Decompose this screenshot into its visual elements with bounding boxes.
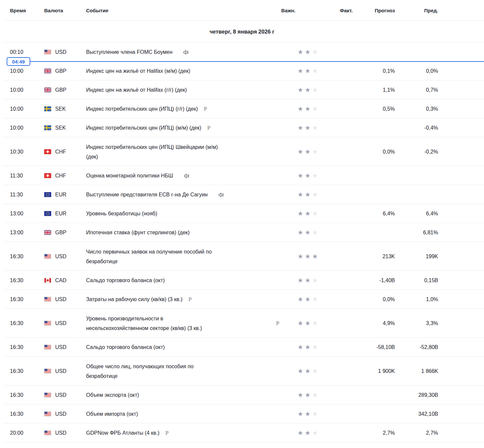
importance-star-icon: ★ xyxy=(312,67,318,74)
event-row[interactable]: 16:30 USD Общее число лиц, получающих по… xyxy=(0,357,484,386)
event-time: 16:30 xyxy=(0,368,40,374)
previous-value: 6,4% xyxy=(395,211,438,217)
flag-ch-icon xyxy=(44,149,51,154)
event-title[interactable]: GDPNow ФРБ Атланты (4 кв.) xyxy=(86,428,160,438)
event-row[interactable]: 10:00 GBP Индекс цен на жильё от Halifax… xyxy=(0,80,484,99)
importance-stars: ★★★ xyxy=(281,87,329,93)
event-title[interactable]: Объем импорта (окт) xyxy=(86,409,138,419)
event-time: 10:00 xyxy=(0,68,40,74)
importance-star-icon: ★ xyxy=(312,229,318,236)
currency-code: USD xyxy=(55,49,66,55)
event-cell: Общее число лиц, получающих пособия по б… xyxy=(83,362,281,381)
column-header-importance[interactable]: Важн. xyxy=(281,8,329,13)
event-time: 16:30 xyxy=(0,254,40,260)
event-title[interactable]: Индекс потребительских цен (ИПЦ) (г/г) (… xyxy=(86,104,198,114)
event-title[interactable]: Сальдо торгового баланса (окт) xyxy=(86,342,165,352)
forecast-value: 0,5% xyxy=(353,106,395,112)
event-row[interactable]: 16:30 USD Сальдо торгового баланса (окт)… xyxy=(0,338,484,357)
event-title[interactable]: Уровень безработицы (нояб) xyxy=(86,209,157,218)
event-time: 13:00 xyxy=(0,230,40,236)
event-row[interactable]: 16:30 USD Уровень производительности в н… xyxy=(0,309,484,338)
event-title[interactable]: Индекс цен на жильё от Halifax (г/г) (де… xyxy=(86,85,187,95)
importance-stars: ★★★ xyxy=(281,106,329,112)
currency-code: CHF xyxy=(55,149,66,155)
event-row[interactable]: 16:30 USD Затраты на рабочую силу (кв/кв… xyxy=(0,290,484,309)
event-row[interactable]: 00:10 USD Выступление члена FOMC Боумен … xyxy=(0,43,484,61)
currency-cell: USD xyxy=(40,411,83,417)
event-cell: Выступление члена FOMC Боумен xyxy=(83,47,281,57)
event-time: 16:30 xyxy=(0,278,40,283)
event-time: 11:30 xyxy=(0,173,40,179)
event-title[interactable]: Индекс потребительских цен (ИПЦ) Швейцар… xyxy=(86,142,218,162)
event-title[interactable]: Индекс потребительских цен (ИПЦ) (м/м) (… xyxy=(86,123,201,133)
event-row[interactable]: 10:30 CHF Индекс потребительских цен (ИП… xyxy=(0,137,484,166)
currency-code: CAD xyxy=(55,278,66,283)
importance-star-icon: ★ xyxy=(298,229,303,236)
event-row[interactable]: 11:30 CHF Оценка монетарной политики НБШ… xyxy=(0,166,484,185)
importance-stars: ★★★ xyxy=(281,296,329,302)
column-header-currency[interactable]: Валюта xyxy=(40,8,83,13)
importance-stars: ★★★ xyxy=(281,68,329,74)
event-row[interactable]: 13:00 GBP Ипотечная ставка (фунт стерлин… xyxy=(0,223,484,242)
importance-star-icon: ★ xyxy=(312,105,318,112)
column-header-actual[interactable]: Факт. xyxy=(329,8,353,13)
event-row[interactable]: 13:00 EUR Уровень безработицы (нояб) ★★★… xyxy=(0,204,484,223)
importance-stars: ★★★ xyxy=(281,210,329,217)
flag-gb-icon xyxy=(44,230,51,235)
forecast-value: 213K xyxy=(353,254,395,260)
event-title[interactable]: Ипотечная ставка (фунт стерлингов) (дек) xyxy=(86,228,190,237)
event-title[interactable]: Объем экспорта (окт) xyxy=(86,390,139,400)
forecast-value: 1 900K xyxy=(353,368,395,374)
currency-cell: CHF xyxy=(40,149,83,155)
event-row[interactable]: 10:00 SEK Индекс потребительских цен (ИП… xyxy=(0,99,484,118)
importance-star-icon: ★ xyxy=(305,49,310,56)
importance-stars: ★★★ xyxy=(281,430,329,436)
forecast-value: 0,0% xyxy=(353,296,395,302)
currency-code: USD xyxy=(55,430,66,436)
date-row: четверг, 8 января 2026 г xyxy=(0,21,484,43)
importance-star-icon: ★ xyxy=(305,392,310,398)
event-row[interactable]: 10:00 GBP Индекс цен на жильё от Halifax… xyxy=(0,61,484,80)
flag-eu-icon xyxy=(44,192,51,197)
previous-value: -0,2% xyxy=(395,149,438,155)
currency-cell: CAD xyxy=(40,278,83,283)
event-time: 16:30 xyxy=(0,296,40,302)
currency-code: GBP xyxy=(55,230,66,236)
column-header-event[interactable]: Событие xyxy=(83,8,281,13)
importance-star-icon: ★ xyxy=(312,191,318,198)
event-title[interactable]: Уровень производительности в несельскохо… xyxy=(86,314,202,333)
importance-stars: ★★★ xyxy=(281,49,329,55)
importance-star-icon: ★ xyxy=(312,410,318,417)
column-header-previous[interactable]: Пред. xyxy=(395,8,438,13)
date-label: четверг, 8 января 2026 г xyxy=(209,29,274,35)
event-row[interactable]: 10:00 SEK Индекс потребительских цен (ИП… xyxy=(0,118,484,137)
importance-star-icon: ★ xyxy=(305,105,310,112)
importance-star-icon: ★ xyxy=(305,410,310,417)
event-row[interactable]: 16:30 USD Число первичных заявок на полу… xyxy=(0,242,484,271)
column-header-forecast[interactable]: Прогноз xyxy=(353,8,395,13)
column-header-time[interactable]: Время xyxy=(0,8,40,13)
event-title[interactable]: Сальдо торгового баланса (окт) xyxy=(86,276,165,285)
importance-star-icon: ★ xyxy=(298,210,303,217)
event-row[interactable]: 16:30 USD Объем импорта (окт) ★★★ 342,10… xyxy=(0,404,484,423)
event-row[interactable]: 16:30 USD Объем экспорта (окт) ★★★ 289,3… xyxy=(0,386,484,404)
event-title[interactable]: Индекс цен на жильё от Halifax (м/м) (де… xyxy=(86,66,190,76)
currency-cell: USD xyxy=(40,320,83,326)
importance-star-icon: ★ xyxy=(298,148,303,155)
event-row[interactable]: 16:30 CAD Сальдо торгового баланса (окт)… xyxy=(0,271,484,290)
event-title[interactable]: Затраты на рабочую силу (кв/кв) (3 кв.) xyxy=(86,294,182,304)
event-title[interactable]: Оценка монетарной политики НБШ xyxy=(86,171,173,180)
forecast-value: 0,1% xyxy=(353,68,395,74)
event-row[interactable]: 11:30 EUR Выступление представителя ECB … xyxy=(0,185,484,204)
event-title[interactable]: Число первичных заявок на получение посо… xyxy=(86,247,212,266)
event-row[interactable]: 20:00 USD GDPNow ФРБ Атланты (4 кв.) P ★… xyxy=(0,423,484,442)
event-title[interactable]: Выступление представителя ECB г-на Де Са… xyxy=(86,190,208,199)
event-cell: Выступление представителя ECB г-на Де Са… xyxy=(83,190,281,199)
previous-value: -52,80B xyxy=(395,344,438,350)
currency-code: USD xyxy=(55,254,66,260)
importance-star-icon: ★ xyxy=(312,210,318,217)
event-title[interactable]: Выступление члена FOMC Боумен xyxy=(86,47,173,57)
importance-star-icon: ★ xyxy=(305,344,310,351)
event-cell: Индекс потребительских цен (ИПЦ) (г/г) (… xyxy=(83,104,281,114)
event-title[interactable]: Общее число лиц, получающих пособия по б… xyxy=(86,362,193,381)
